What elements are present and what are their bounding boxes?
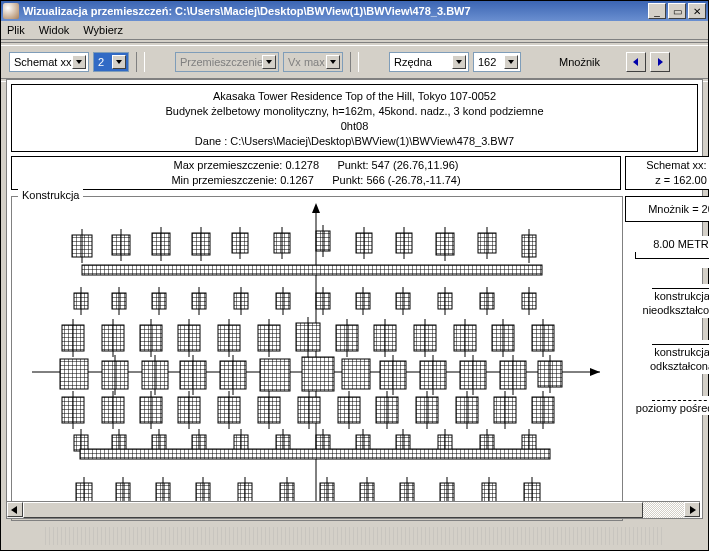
max-pt: Punkt: 547 (26.76,11.96) xyxy=(337,159,458,171)
legend-levels-label: poziomy pośrednie xyxy=(625,401,709,415)
scroll-left-button[interactable] xyxy=(7,502,23,517)
displace-select[interactable]: Przemieszczenie xyxy=(175,52,279,72)
header-line2: Budynek żelbetowy monolityczny, h=162m, … xyxy=(12,104,697,119)
rzedna-value-select[interactable]: 162 xyxy=(473,52,521,72)
legend-deformed: konstrukcja odkształcona xyxy=(625,340,709,374)
minimize-button[interactable]: _ xyxy=(648,3,666,19)
menubar: Plik Widok Wybierz xyxy=(1,21,708,40)
rzedna-select[interactable]: Rzędna xyxy=(389,52,469,72)
schemat-select[interactable]: Schemat xx xyxy=(9,52,89,72)
svg-marker-182 xyxy=(690,506,696,514)
scale-text: 8.00 METR xyxy=(653,238,709,250)
toolbar: Schemat xx 2 Przemieszczenie Vx max Rzęd… xyxy=(1,48,708,76)
app-window: Wizualizacja przemieszczeń: C:\Users\Mac… xyxy=(0,0,709,551)
header-panel: Akasaka Tower Residence Top of the Hill,… xyxy=(11,84,698,152)
rzedna-label: Rzędna xyxy=(394,56,432,68)
titlebar: Wizualizacja przemieszczeń: C:\Users\Mac… xyxy=(1,1,708,21)
svg-rect-179 xyxy=(82,265,542,275)
legend-deformed-label: konstrukcja odkształcona xyxy=(625,345,709,374)
schemat-value-select[interactable]: 2 xyxy=(93,52,129,72)
close-button[interactable]: ✕ xyxy=(688,3,706,19)
mnoznik-label: Mnożnik xyxy=(559,56,600,68)
konstrukcja-group: Konstrukcja [ [60,38,20,22],[10 xyxy=(11,196,623,521)
header-line3: 0ht08 xyxy=(12,119,697,134)
scroll-track[interactable] xyxy=(23,502,684,518)
mnoznik-panel: Mnożnik = 20 xyxy=(625,196,709,222)
rzedna-value: 162 xyxy=(478,56,496,68)
menu-file[interactable]: Plik xyxy=(7,24,25,36)
svg-rect-69 xyxy=(302,357,334,391)
stats-panel: Max przemieszczenie: 0.1278 Punkt: 547 (… xyxy=(11,156,621,190)
svg-rect-70 xyxy=(342,359,370,389)
konstrukcja-legend: Konstrukcja xyxy=(18,189,83,201)
window-title: Wizualizacja przemieszczeń: C:\Users\Mac… xyxy=(23,5,648,17)
maximize-button[interactable]: ▭ xyxy=(668,3,686,19)
scale-panel: 8.00 METR xyxy=(625,236,709,268)
content-area: Akasaka Tower Residence Top of the Hill,… xyxy=(6,79,703,519)
schemat-label: Schemat xx xyxy=(14,56,71,68)
svg-marker-0 xyxy=(633,58,638,66)
menu-view[interactable]: Widok xyxy=(39,24,70,36)
legend-levels: poziomy pośrednie xyxy=(625,396,709,415)
max-label: Max przemieszczenie: 0.1278 xyxy=(174,159,320,171)
structure-drawing: [ [60,38,20,22],[100,38,18,20],[140,36,1… xyxy=(12,197,620,517)
app-icon xyxy=(3,3,19,19)
svg-marker-1 xyxy=(658,58,663,66)
svg-rect-68 xyxy=(260,359,290,391)
header-line1: Akasaka Tower Residence Top of the Hill,… xyxy=(12,89,697,104)
side-z: z = 162.00 xyxy=(626,173,709,188)
vx-select[interactable]: Vx max xyxy=(283,52,343,72)
horizontal-scrollbar[interactable] xyxy=(7,501,700,518)
svg-rect-59 xyxy=(60,359,88,389)
scroll-thumb[interactable] xyxy=(23,502,643,518)
svg-marker-181 xyxy=(11,506,17,514)
svg-marker-6 xyxy=(590,368,600,376)
next-button[interactable] xyxy=(650,52,670,72)
side-schemat: Schemat xx: 2 xyxy=(626,158,709,173)
mnoznik-value: Mnożnik = 20 xyxy=(648,203,709,215)
legend-intact: konstrukcja nieodkształcona xyxy=(625,284,709,318)
vx-label: Vx max xyxy=(288,56,325,68)
legend-intact-label: konstrukcja nieodkształcona xyxy=(625,289,709,318)
schemat-value: 2 xyxy=(98,56,104,68)
header-line4: Dane : C:\Users\Maciej\Desktop\BWView(1)… xyxy=(12,134,697,149)
svg-rect-180 xyxy=(80,449,550,459)
side-info-panel: Schemat xx: 2 z = 162.00 xyxy=(625,156,709,190)
displace-label: Przemieszczenie xyxy=(180,56,263,68)
svg-rect-184 xyxy=(45,527,665,545)
menu-select[interactable]: Wybierz xyxy=(83,24,123,36)
min-pt: Punkt: 566 (-26.78,-11.74) xyxy=(332,174,460,186)
scroll-right-button[interactable] xyxy=(684,502,700,517)
prev-button[interactable] xyxy=(626,52,646,72)
min-label: Min przemieszczenie: 0.1267 xyxy=(171,174,313,186)
svg-marker-8 xyxy=(312,203,320,213)
